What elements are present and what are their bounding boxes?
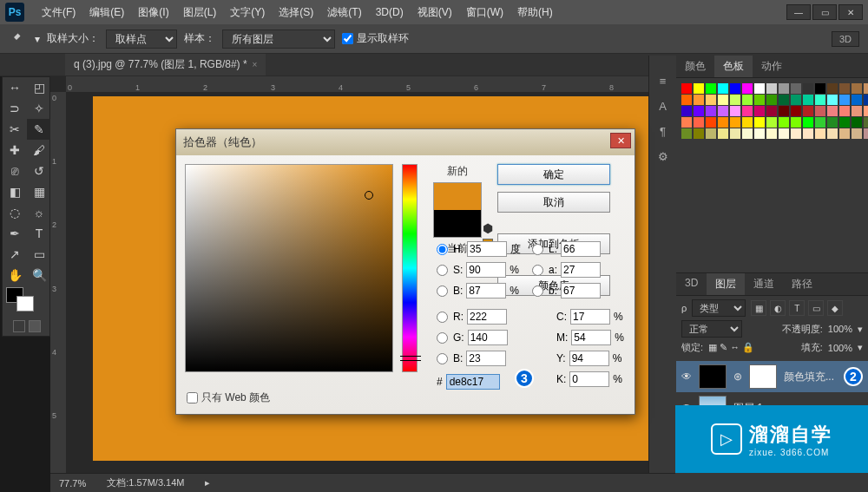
bv-input[interactable] — [466, 283, 506, 298]
layer-thumbnail[interactable] — [699, 364, 727, 389]
wand-tool-icon[interactable]: ✧ — [27, 98, 51, 119]
cancel-button[interactable]: 取消 — [497, 192, 610, 213]
hue-slider[interactable] — [402, 164, 418, 372]
swatch[interactable] — [718, 95, 728, 105]
hex-input[interactable] — [446, 374, 500, 390]
info-icon[interactable]: ⚙ — [658, 150, 668, 163]
y-input[interactable] — [569, 351, 609, 366]
swatch[interactable] — [706, 95, 716, 105]
swatch[interactable] — [852, 106, 862, 116]
selection-tool-icon[interactable]: ◰ — [27, 77, 51, 98]
saturation-brightness-area[interactable] — [185, 164, 393, 372]
swatch[interactable] — [839, 117, 850, 128]
r-input[interactable] — [467, 309, 507, 325]
tab-actions[interactable]: 动作 — [753, 56, 791, 77]
menu-view[interactable]: 视图(V) — [411, 5, 459, 20]
pen-tool-icon[interactable]: ✒ — [3, 223, 27, 244]
visibility-toggle-icon[interactable]: 👁 — [681, 371, 692, 383]
menu-type[interactable]: 文字(Y) — [223, 5, 272, 20]
layer-filter-select[interactable]: 类型 — [692, 299, 746, 317]
tab-swatches[interactable]: 色板 — [714, 56, 753, 77]
swatch[interactable] — [754, 83, 765, 94]
swatch[interactable] — [718, 83, 728, 94]
tab-paths[interactable]: 路径 — [783, 273, 821, 295]
swatch[interactable] — [706, 117, 716, 128]
swatch[interactable] — [815, 106, 825, 116]
swatch[interactable] — [864, 106, 868, 116]
swatch[interactable] — [681, 83, 692, 94]
menu-help[interactable]: 帮助(H) — [510, 5, 560, 20]
swatch[interactable] — [852, 117, 862, 128]
swatch[interactable] — [839, 128, 850, 139]
swatch[interactable] — [791, 117, 801, 128]
dialog-title-bar[interactable]: 拾色器（纯色） ✕ — [176, 129, 635, 155]
swatch[interactable] — [706, 106, 716, 116]
swatch[interactable] — [766, 117, 777, 128]
swatch[interactable] — [839, 106, 850, 116]
swatch[interactable] — [803, 106, 813, 116]
heal-tool-icon[interactable]: ✚ — [3, 140, 27, 161]
swatch[interactable] — [730, 117, 740, 128]
swatch[interactable] — [827, 128, 838, 139]
sample-size-select[interactable]: 取样点 — [106, 30, 177, 49]
zoom-tool-icon[interactable]: 🔍 — [27, 265, 51, 285]
path-tool-icon[interactable]: ↗ — [3, 244, 27, 265]
color-cursor[interactable] — [365, 191, 373, 200]
menu-window[interactable]: 窗口(W) — [459, 5, 510, 20]
show-ring-checkbox[interactable]: 显示取样环 — [342, 31, 409, 46]
history-brush-icon[interactable]: ↺ — [27, 161, 51, 181]
swatch[interactable] — [839, 95, 850, 105]
swatch[interactable] — [681, 95, 692, 105]
sample-select[interactable]: 所有图层 — [222, 30, 335, 49]
swatch[interactable] — [827, 117, 838, 128]
history-icon[interactable]: ≡ — [660, 75, 667, 88]
eyedropper-tool-icon[interactable]: ✎ — [27, 119, 51, 140]
paragraph-icon[interactable]: ¶ — [660, 125, 666, 138]
show-ring-input[interactable] — [342, 33, 353, 44]
a-radio[interactable] — [532, 265, 543, 276]
mask-thumbnail[interactable] — [749, 364, 777, 389]
bc-radio[interactable] — [437, 353, 448, 364]
swatch[interactable] — [864, 83, 868, 94]
bc-input[interactable] — [466, 351, 506, 366]
r-radio[interactable] — [437, 312, 448, 323]
swatch[interactable] — [681, 106, 692, 116]
h-radio[interactable] — [437, 244, 448, 255]
swatch[interactable] — [766, 83, 777, 94]
menu-file[interactable]: 文件(F) — [35, 5, 82, 20]
a-input[interactable] — [561, 262, 601, 278]
close-button[interactable]: ✕ — [838, 4, 863, 20]
swatch[interactable] — [730, 83, 740, 94]
maximize-button[interactable]: ▭ — [812, 4, 837, 20]
swatch[interactable] — [766, 128, 777, 139]
swatch[interactable] — [827, 83, 838, 94]
swatch[interactable] — [852, 128, 862, 139]
web-only-input[interactable] — [187, 392, 198, 403]
swatch[interactable] — [694, 117, 704, 128]
swatch[interactable] — [694, 83, 704, 94]
swatch[interactable] — [681, 128, 692, 139]
menu-edit[interactable]: 编辑(E) — [82, 5, 131, 20]
hue-cursor[interactable] — [400, 356, 421, 361]
s-input[interactable] — [466, 262, 506, 278]
menu-3d[interactable]: 3D(D) — [369, 6, 411, 18]
blur-tool-icon[interactable]: ◌ — [3, 202, 27, 223]
ok-button[interactable]: 确定 — [497, 164, 610, 185]
tab-channels[interactable]: 通道 — [745, 273, 783, 295]
b-radio[interactable] — [437, 285, 448, 297]
quick-mask-toggle[interactable] — [3, 317, 51, 336]
document-tab[interactable]: q (3).jpg @ 77.7% (图层 1, RGB/8#) * × — [65, 54, 266, 75]
opacity-value[interactable]: 100% — [828, 324, 852, 334]
swatch[interactable] — [681, 117, 692, 128]
k-input[interactable] — [569, 371, 609, 387]
minimize-button[interactable]: — — [786, 4, 811, 20]
zoom-level[interactable]: 77.7% — [59, 478, 86, 489]
swatch[interactable] — [779, 83, 789, 94]
swatch[interactable] — [852, 95, 862, 105]
swatch[interactable] — [815, 83, 825, 94]
swatch[interactable] — [718, 106, 728, 116]
swatch[interactable] — [706, 83, 716, 94]
layer-filter-icons[interactable]: ▦◐T▭◆ — [751, 300, 843, 316]
swatch[interactable] — [742, 106, 753, 116]
brush-tool-icon[interactable]: 🖌 — [27, 140, 51, 161]
